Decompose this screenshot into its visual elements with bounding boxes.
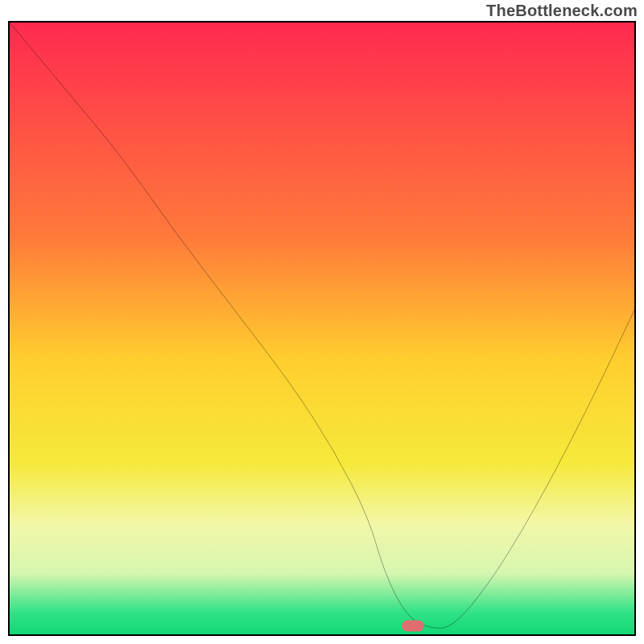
bottleneck-chart: TheBottleneck.com bbox=[0, 0, 644, 644]
optimal-point-marker bbox=[402, 620, 424, 631]
curve-layer bbox=[10, 23, 634, 634]
plot-area bbox=[8, 21, 636, 636]
bottleneck-curve bbox=[10, 23, 634, 628]
watermark-text: TheBottleneck.com bbox=[486, 2, 638, 20]
